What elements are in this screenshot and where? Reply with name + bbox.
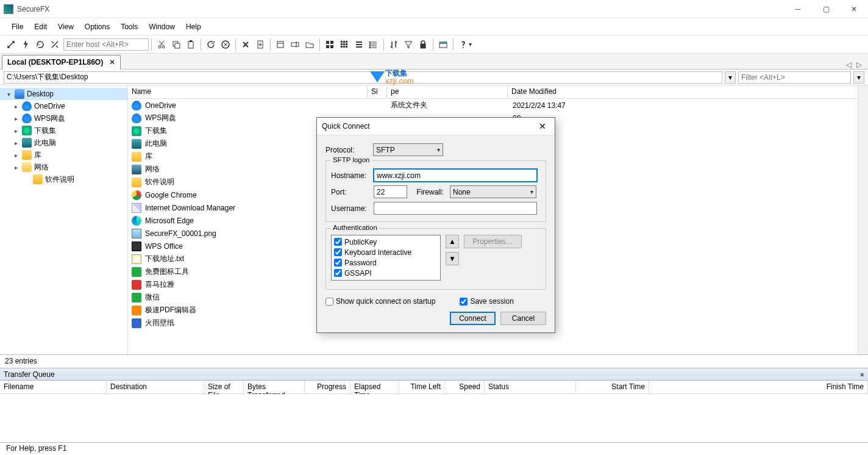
col-date[interactable]: Date Modified bbox=[508, 85, 868, 98]
cancel-button[interactable]: Cancel bbox=[500, 312, 546, 325]
show-on-startup-checkbox[interactable]: Show quick connect on startup bbox=[326, 297, 435, 306]
path-dropdown-icon[interactable]: ▾ bbox=[725, 71, 736, 84]
tree-item[interactable]: 软件说明 bbox=[0, 173, 127, 185]
expand-icon[interactable]: ▾ bbox=[5, 90, 12, 98]
cut-icon[interactable] bbox=[155, 38, 168, 51]
lock-icon[interactable] bbox=[416, 38, 430, 51]
tree-item[interactable]: ▸库 bbox=[0, 149, 127, 161]
save-session-checkbox[interactable]: Save session bbox=[460, 297, 513, 306]
view-small-icons-icon[interactable] bbox=[338, 38, 351, 51]
host-input[interactable] bbox=[63, 38, 149, 51]
transfer-queue-close-icon[interactable]: ✕ bbox=[860, 370, 864, 379]
menu-options[interactable]: Options bbox=[79, 20, 115, 34]
dialog-titlebar[interactable]: Quick Connect ✕ bbox=[317, 118, 555, 135]
tq-col-size[interactable]: Size of File bbox=[204, 381, 244, 393]
view-details-icon[interactable] bbox=[367, 38, 380, 51]
auth-methods-list[interactable]: PublicKey Keyboard Interactive Password … bbox=[331, 235, 441, 281]
tq-col-finish[interactable]: Finish Time bbox=[649, 381, 868, 393]
tab-prev-icon[interactable]: ◁ bbox=[846, 60, 852, 69]
options-icon[interactable] bbox=[436, 38, 450, 51]
quick-connect-icon[interactable] bbox=[19, 38, 32, 51]
filter-input[interactable] bbox=[738, 71, 851, 84]
auth-gssapi[interactable]: GSSAPI bbox=[334, 268, 438, 278]
file-row[interactable]: OneDrive系统文件夹2021/2/24 13:47 bbox=[128, 99, 868, 112]
col-size[interactable]: Si bbox=[368, 85, 387, 98]
menu-view[interactable]: View bbox=[52, 20, 79, 34]
tab-local[interactable]: Local (DESKTOP-EP1L86O) ✕ bbox=[2, 55, 121, 70]
tree-item[interactable]: ▾Desktop bbox=[0, 88, 127, 100]
tq-col-elapsed[interactable]: Elapsed Time bbox=[350, 381, 399, 393]
tab-next-icon[interactable]: ▷ bbox=[856, 60, 862, 69]
view-list-icon[interactable] bbox=[352, 38, 366, 51]
auth-password[interactable]: Password bbox=[334, 257, 438, 268]
reconnect-icon[interactable] bbox=[34, 38, 47, 51]
tq-col-start[interactable]: Start Time bbox=[576, 381, 649, 393]
paste-icon[interactable] bbox=[184, 38, 197, 51]
protocol-combo[interactable]: SFTP bbox=[373, 143, 443, 156]
sort-icon[interactable] bbox=[387, 38, 400, 51]
new-folder-icon[interactable] bbox=[303, 38, 316, 51]
path-input[interactable] bbox=[4, 71, 722, 84]
copy-icon[interactable] bbox=[169, 38, 183, 51]
tq-col-filename[interactable]: Filename bbox=[0, 381, 107, 393]
tq-col-speed[interactable]: Speed bbox=[445, 381, 485, 393]
menu-edit[interactable]: Edit bbox=[29, 20, 52, 34]
help-icon[interactable] bbox=[457, 38, 470, 51]
tree-item[interactable]: ▸OneDrive bbox=[0, 100, 127, 112]
expand-icon[interactable]: ▸ bbox=[12, 102, 20, 110]
expand-icon[interactable]: ▸ bbox=[12, 163, 20, 171]
tq-col-progress[interactable]: Progress bbox=[305, 381, 350, 393]
expand-icon[interactable]: ▸ bbox=[12, 127, 20, 134]
maximize-button[interactable]: ▢ bbox=[812, 0, 840, 18]
auth-keyboard-interactive[interactable]: Keyboard Interactive bbox=[334, 247, 438, 257]
scrollbar[interactable] bbox=[858, 85, 868, 354]
filter-icon[interactable] bbox=[402, 38, 415, 51]
menu-tools[interactable]: Tools bbox=[115, 20, 143, 34]
tree-item[interactable]: ▸下载集 bbox=[0, 124, 127, 137]
tree-item[interactable]: ▸此电脑 bbox=[0, 137, 127, 149]
properties-icon[interactable] bbox=[274, 38, 287, 51]
folder-tree[interactable]: ▾Desktop▸OneDrive▸WPS网盘▸下载集▸此电脑▸库▸网络软件说明 bbox=[0, 85, 128, 354]
col-type[interactable]: pe bbox=[387, 85, 508, 98]
expand-icon[interactable] bbox=[23, 176, 30, 183]
expand-icon[interactable]: ▸ bbox=[12, 139, 20, 146]
tree-item[interactable]: ▸网络 bbox=[0, 161, 127, 173]
tq-col-bytes[interactable]: Bytes Transferred bbox=[244, 381, 305, 393]
port-input[interactable] bbox=[374, 185, 407, 198]
filter-dropdown-icon[interactable]: ▾ bbox=[853, 71, 864, 84]
stop-icon[interactable] bbox=[219, 38, 232, 51]
file-icon bbox=[132, 152, 141, 162]
menu-window[interactable]: Window bbox=[143, 20, 180, 34]
help-dropdown-icon[interactable]: ▾ bbox=[469, 41, 472, 48]
auth-move-down-button[interactable]: ▼ bbox=[446, 252, 459, 265]
menu-help[interactable]: Help bbox=[180, 20, 207, 34]
tq-col-destination[interactable]: Destination bbox=[107, 381, 204, 393]
menu-file[interactable]: File bbox=[6, 20, 29, 34]
delete-icon[interactable] bbox=[239, 38, 252, 51]
connect-icon[interactable] bbox=[4, 38, 18, 51]
transfer-queue-columns[interactable]: Filename Destination Size of File Bytes … bbox=[0, 381, 868, 394]
firewall-combo[interactable]: None bbox=[450, 185, 536, 198]
auth-move-up-button[interactable]: ▲ bbox=[446, 235, 459, 248]
tab-close-icon[interactable]: ✕ bbox=[109, 58, 115, 66]
connect-button[interactable]: Connect bbox=[450, 312, 496, 325]
tree-item[interactable]: ▸WPS网盘 bbox=[0, 112, 127, 124]
rename-icon[interactable] bbox=[288, 38, 302, 51]
auth-properties-button[interactable]: Properties… bbox=[464, 235, 522, 248]
disconnect-icon[interactable] bbox=[48, 38, 62, 51]
col-name[interactable]: Name bbox=[128, 85, 368, 98]
username-input[interactable] bbox=[374, 202, 537, 215]
file-columns-header[interactable]: Name Si pe Date Modified bbox=[128, 85, 868, 99]
tq-col-status[interactable]: Status bbox=[485, 381, 576, 393]
close-button[interactable]: ✕ bbox=[840, 0, 868, 18]
hostname-input[interactable] bbox=[374, 169, 537, 182]
expand-icon[interactable]: ▸ bbox=[12, 115, 20, 122]
tq-col-timeleft[interactable]: Time Left bbox=[399, 381, 445, 393]
expand-icon[interactable]: ▸ bbox=[12, 151, 20, 159]
view-large-icons-icon[interactable] bbox=[323, 38, 336, 51]
dialog-close-icon[interactable]: ✕ bbox=[535, 121, 550, 131]
refresh-icon[interactable] bbox=[204, 38, 218, 51]
auth-publickey[interactable]: PublicKey bbox=[334, 237, 438, 247]
minimize-button[interactable]: ─ bbox=[784, 0, 812, 18]
new-file-icon[interactable] bbox=[254, 38, 267, 51]
